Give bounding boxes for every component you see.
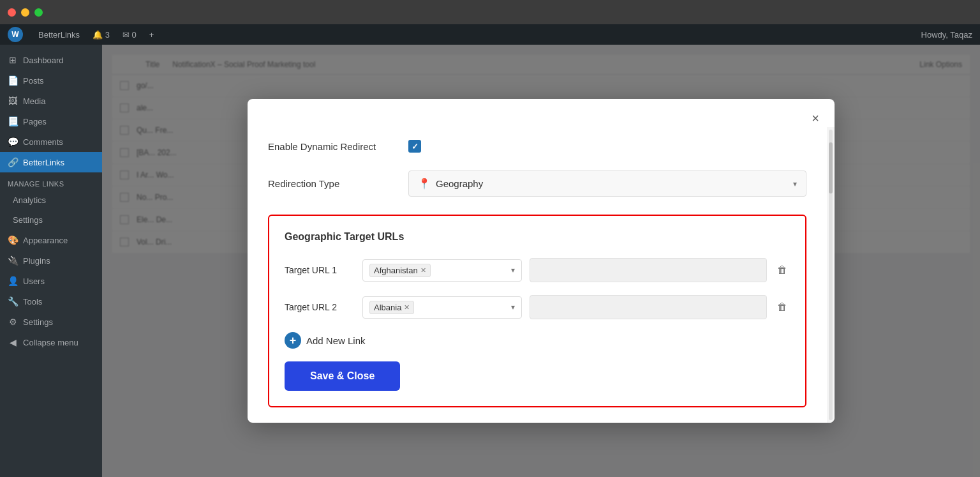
- sidebar-label-dashboard: Dashboard: [23, 56, 64, 65]
- albania-tag-label: Albania: [374, 303, 401, 312]
- wp-admin-bar: W BetterLinks 🔔 3 ✉ 0 + Howdy, Taqaz: [0, 24, 980, 45]
- target-url-2-country-select[interactable]: Albania ✕ ▾: [362, 296, 522, 319]
- sidebar-item-settings[interactable]: ⚙ Settings: [0, 312, 102, 332]
- target-url-1-delete-button[interactable]: 🗑: [775, 262, 790, 278]
- admin-bar-greeting: Howdy, Taqaz: [921, 30, 972, 40]
- target-url-2-delete-button[interactable]: 🗑: [775, 299, 790, 315]
- sidebar-item-media[interactable]: 🖼 Media: [0, 91, 102, 111]
- mac-maximize-button[interactable]: [34, 8, 43, 17]
- modal-body: Enable Dynamic Redirect Redirection Type: [248, 127, 827, 423]
- enable-dynamic-redirect-checkbox[interactable]: [408, 140, 421, 153]
- redirection-type-row: Redirection Type 📍 Geography ▾: [268, 170, 806, 197]
- admin-bar-items: BetterLinks 🔔 3 ✉ 0 +: [33, 30, 159, 40]
- redirection-type-label: Redirection Type: [268, 178, 396, 189]
- dashboard-icon: ⊞: [8, 55, 18, 65]
- geography-icon: 📍: [418, 178, 431, 190]
- betterlinks-icon: 🔗: [8, 157, 18, 167]
- target-url-1-label: Target URL 1: [285, 265, 355, 275]
- enable-dynamic-redirect-control: [408, 140, 806, 153]
- modal-dialog: × Enable Dynamic Redirect: [248, 99, 835, 423]
- sidebar-label-comments: Comments: [23, 137, 63, 147]
- sidebar-item-settings-sub[interactable]: Settings: [0, 210, 102, 230]
- collapse-icon: ◀: [8, 337, 18, 347]
- wp-main: Title NotificationX – Social Proof Marke…: [102, 45, 980, 477]
- afghanistan-tag-remove[interactable]: ✕: [420, 267, 426, 274]
- sidebar-item-collapse[interactable]: ◀ Collapse menu: [0, 332, 102, 352]
- afghanistan-tag-label: Afghanistan: [374, 266, 418, 275]
- sidebar-item-analytics[interactable]: Analytics: [0, 190, 102, 210]
- modal-scroll-track: [829, 130, 833, 420]
- pages-icon: 📃: [8, 116, 18, 126]
- target-url-1-input[interactable]: [530, 258, 767, 282]
- sidebar-item-pages[interactable]: 📃 Pages: [0, 111, 102, 132]
- sidebar-label-analytics: Analytics: [13, 195, 46, 205]
- settings-icon: ⚙: [8, 317, 18, 327]
- tools-icon: 🔧: [8, 296, 18, 307]
- sidebar-label-plugins: Plugins: [23, 256, 50, 266]
- geo-target-section: Geographic Target URLs Target URL 1 Afgh…: [268, 215, 806, 407]
- add-new-link-row[interactable]: + Add New Link: [285, 332, 790, 349]
- sidebar-label-tools: Tools: [23, 297, 42, 307]
- redirection-type-select[interactable]: 📍 Geography ▾: [408, 170, 806, 197]
- sidebar-item-betterlinks[interactable]: 🔗 BetterLinks: [0, 152, 102, 172]
- posts-icon: 📄: [8, 75, 18, 86]
- wp-logo: W: [8, 27, 23, 42]
- media-icon: 🖼: [8, 96, 18, 106]
- wp-body: ⊞ Dashboard 📄 Posts 🖼 Media 📃 Pages 💬 Co…: [0, 45, 980, 477]
- users-icon: 👤: [8, 276, 18, 286]
- modal-content-area: Enable Dynamic Redirect Redirection Type: [248, 127, 835, 423]
- target-url-1-row: Target URL 1 Afghanistan ✕: [285, 258, 790, 282]
- admin-bar-add[interactable]: +: [144, 30, 160, 40]
- wp-wrapper: W BetterLinks 🔔 3 ✉ 0 + Howdy, Taqaz ⊞ D…: [0, 24, 980, 477]
- sidebar-item-appearance[interactable]: 🎨 Appearance: [0, 230, 102, 250]
- mac-minimize-button[interactable]: [21, 8, 29, 17]
- add-new-link-label: Add New Link: [306, 335, 366, 346]
- enable-dynamic-redirect-row: Enable Dynamic Redirect: [268, 140, 806, 153]
- admin-bar-notifications[interactable]: 🔔 3: [87, 30, 115, 40]
- modal-scrollbar[interactable]: [827, 127, 835, 423]
- admin-bar-betterlinks[interactable]: BetterLinks: [33, 30, 85, 40]
- sidebar-label-media: Media: [23, 96, 45, 106]
- sidebar-section-manage-links: Manage Links: [0, 172, 102, 190]
- save-close-button[interactable]: Save & Close: [285, 361, 400, 391]
- redirection-type-text: Geography: [436, 178, 483, 189]
- plugins-icon: 🔌: [8, 255, 18, 266]
- albania-tag-remove[interactable]: ✕: [404, 304, 410, 311]
- target-url-2-row: Target URL 2 Albania ✕ ▾: [285, 295, 790, 319]
- target-url-2-input[interactable]: [530, 295, 767, 319]
- sidebar-label-appearance: Appearance: [23, 236, 68, 245]
- admin-bar-messages[interactable]: ✉ 0: [117, 30, 142, 40]
- target-url-2-chevron: ▾: [511, 303, 515, 312]
- target-url-1-country-select[interactable]: Afghanistan ✕ ▾: [362, 259, 522, 282]
- comments-icon: 💬: [8, 137, 18, 147]
- enable-dynamic-redirect-label: Enable Dynamic Redirect: [268, 141, 396, 152]
- target-url-2-tags: Albania ✕: [369, 301, 414, 314]
- sidebar-item-dashboard[interactable]: ⊞ Dashboard: [0, 50, 102, 70]
- appearance-icon: 🎨: [8, 235, 18, 245]
- modal-scroll-thumb[interactable]: [829, 142, 833, 193]
- sidebar-label-pages: Pages: [23, 117, 47, 126]
- modal-overlay: × Enable Dynamic Redirect: [102, 45, 980, 477]
- redirection-type-control: 📍 Geography ▾: [408, 170, 806, 197]
- sidebar-item-comments[interactable]: 💬 Comments: [0, 132, 102, 152]
- sidebar-label-settings-sub: Settings: [13, 215, 43, 225]
- sidebar-item-users[interactable]: 👤 Users: [0, 271, 102, 291]
- sidebar-item-posts[interactable]: 📄 Posts: [0, 70, 102, 91]
- afghanistan-tag: Afghanistan ✕: [369, 264, 431, 277]
- sidebar-label-posts: Posts: [23, 76, 44, 86]
- albania-tag: Albania ✕: [369, 301, 414, 314]
- geo-target-title: Geographic Target URLs: [285, 231, 790, 243]
- modal-close-button[interactable]: ×: [809, 109, 822, 127]
- redirection-type-value: 📍 Geography: [418, 178, 483, 190]
- sidebar-label-betterlinks: BetterLinks: [23, 158, 64, 167]
- target-url-1-chevron: ▾: [511, 266, 515, 275]
- wp-sidebar: ⊞ Dashboard 📄 Posts 🖼 Media 📃 Pages 💬 Co…: [0, 45, 102, 477]
- sidebar-label-settings: Settings: [23, 317, 53, 327]
- sidebar-item-tools[interactable]: 🔧 Tools: [0, 291, 102, 312]
- sidebar-label-collapse: Collapse menu: [23, 338, 78, 347]
- chevron-down-icon: ▾: [793, 179, 797, 188]
- sidebar-label-users: Users: [23, 276, 45, 286]
- sidebar-item-plugins[interactable]: 🔌 Plugins: [0, 250, 102, 271]
- mac-close-button[interactable]: [8, 8, 16, 17]
- mac-titlebar: [0, 0, 980, 24]
